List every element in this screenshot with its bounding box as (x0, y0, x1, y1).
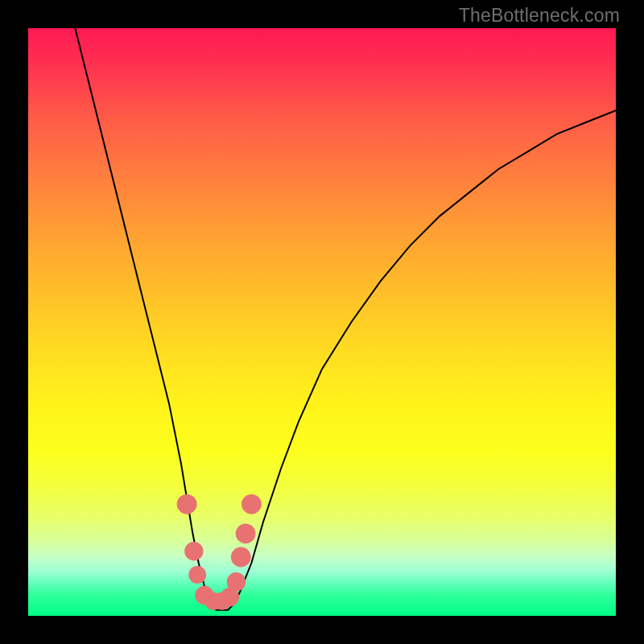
data-marker (184, 542, 203, 560)
chart-frame: TheBottleneck.com (0, 0, 644, 644)
data-marker (227, 572, 246, 591)
data-marker (231, 547, 251, 568)
plot-area (28, 28, 616, 616)
chart-svg (28, 28, 616, 616)
data-marker (188, 566, 206, 584)
data-marker (177, 494, 197, 514)
data-marker (236, 523, 256, 543)
bottleneck-curve (75, 28, 616, 610)
watermark-text: TheBottleneck.com (459, 5, 620, 27)
data-marker (242, 494, 262, 514)
